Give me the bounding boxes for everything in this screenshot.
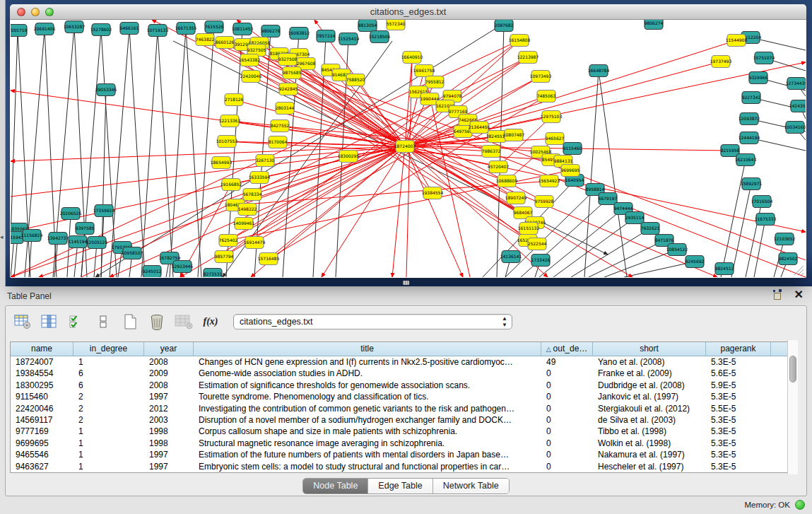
graph-node[interactable]: 11544908	[726, 35, 748, 47]
graph-node[interactable]: 9806278	[261, 25, 281, 37]
rows-icon[interactable]	[93, 313, 113, 331]
table-cell[interactable]: 1998	[144, 438, 194, 449]
tab-network-table[interactable]: Network Table	[433, 479, 509, 493]
citation-edge-black[interactable]	[170, 28, 186, 277]
table-cell[interactable]: 9699695	[11, 438, 73, 449]
table-cell[interactable]: 0	[541, 426, 593, 437]
table-cell[interactable]: 5.3E-5	[706, 426, 771, 437]
citation-edge-red[interactable]	[225, 42, 806, 260]
table-cell[interactable]: 2009	[144, 368, 194, 379]
table-row[interactable]: 2242004622012Investigating the contribut…	[11, 403, 791, 414]
graph-node[interactable]: 9242845	[279, 83, 298, 95]
graph-node[interactable]: 14099461	[233, 218, 255, 230]
column-header-in_degree[interactable]: in_degree	[73, 342, 144, 356]
tab-edge-table[interactable]: Edge Table	[368, 479, 433, 493]
table-cell[interactable]: Corpus callosum shape and size in male p…	[194, 426, 541, 437]
graph-node[interactable]: 16151132	[518, 223, 540, 235]
close-panel-icon[interactable]: ✕	[794, 289, 804, 300]
table-cell[interactable]: 14569117	[11, 414, 73, 426]
graph-node[interactable]: 17359924	[93, 205, 115, 217]
table-cell[interactable]: 9465546	[11, 449, 73, 460]
citation-network-graph[interactable]: 2055719206914061065328715278602646616110…	[11, 20, 806, 277]
graph-node[interactable]: 2087682	[495, 20, 514, 32]
graph-node[interactable]: 9806274	[645, 20, 664, 30]
tab-node-table[interactable]: Node Table	[303, 479, 368, 493]
table-row[interactable]: 911546021997Tourette syndrome. Phenomeno…	[11, 391, 791, 402]
graph-node[interactable]: 12975103	[541, 111, 563, 123]
graph-node[interactable]: 6466161	[120, 23, 139, 35]
table-cell[interactable]: 0	[541, 380, 593, 391]
graph-node[interactable]: 16154808	[509, 35, 531, 47]
table-cell[interactable]: 18300295	[11, 380, 73, 391]
graph-node[interactable]: 9759928	[535, 196, 554, 208]
table-cell[interactable]: 1	[73, 461, 144, 472]
graph-node[interactable]: 9115460	[563, 143, 582, 155]
table-cell[interactable]: 22420046	[11, 403, 73, 414]
table-cell[interactable]: 0	[541, 461, 593, 472]
table-cell[interactable]: 2012	[144, 403, 194, 414]
table-cell[interactable]: Genome-wide association studies in ADHD.	[194, 368, 541, 379]
citation-edge-red[interactable]	[392, 146, 405, 277]
graph-node[interactable]: 12213363	[219, 115, 241, 127]
table-cell[interactable]: 2	[73, 403, 144, 414]
table-cell[interactable]: 2008	[144, 380, 194, 391]
citation-edge-red[interactable]	[221, 146, 405, 163]
panel-splitter-handle[interactable]	[403, 281, 409, 285]
table-cell[interactable]: 9115460	[11, 391, 73, 402]
table-cell[interactable]: Estimation of significance thresholds fo…	[194, 380, 541, 391]
graph-node[interactable]: 8273531	[204, 269, 223, 278]
graph-node[interactable]: 3267130	[256, 155, 275, 167]
graph-node[interactable]: 7625402	[219, 235, 238, 247]
table-cell[interactable]: Franke et al. (2009)	[593, 368, 706, 379]
graph-node[interactable]: 16083812	[288, 28, 310, 40]
table-cell[interactable]: 1	[73, 449, 144, 460]
table-cell[interactable]: 5.3E-5	[706, 356, 771, 368]
table-row[interactable]: 969969511998Structural magnetic resonanc…	[11, 438, 791, 449]
table-cell[interactable]: Nakamura et al. (1997)	[593, 449, 706, 460]
graph-node[interactable]: 10107553	[216, 136, 238, 148]
table-cell[interactable]: 2	[73, 414, 144, 426]
graph-node[interactable]: 12213987	[517, 52, 539, 64]
table-cell[interactable]: 6	[73, 380, 144, 391]
graph-node[interactable]: 5572340	[387, 20, 406, 30]
table-cell[interactable]: Embryonic stem cells: a model to study s…	[194, 461, 541, 472]
graph-node[interactable]: 2935114	[625, 212, 645, 224]
graph-node[interactable]: 7485063	[537, 90, 556, 103]
graph-node[interactable]: 10688609	[496, 175, 518, 187]
graph-node[interactable]: 12923446	[172, 261, 194, 273]
table-cell[interactable]: 5.3E-5	[706, 461, 771, 472]
column-header-name[interactable]: name	[11, 342, 73, 356]
window-titlebar[interactable]: citations_edges.txt	[10, 4, 806, 20]
graph-node[interactable]: 15218506	[369, 31, 391, 43]
table-header-row[interactable]: namein_degreeyeartitle△out_de…shortpager…	[11, 342, 791, 356]
graph-node[interactable]: 1145194	[69, 236, 88, 248]
trash-icon[interactable]	[147, 313, 167, 331]
table-cell[interactable]: 49	[541, 356, 593, 368]
table-cell[interactable]: Yano et al. (2008)	[593, 356, 706, 368]
graph-node[interactable]: 18724007	[394, 141, 416, 153]
graph-node[interactable]: 9465627	[546, 133, 565, 145]
graph-node[interactable]: 9245012	[143, 266, 162, 278]
graph-node[interactable]: 7463822	[196, 34, 215, 46]
table-cell[interactable]: Hescheler et al. (1997)	[593, 461, 706, 472]
graph-node[interactable]: 17016504	[751, 196, 773, 208]
graph-node[interactable]: 7932621	[641, 223, 660, 235]
table-cell[interactable]: 6	[73, 368, 144, 379]
graph-node[interactable]: 16210643	[735, 154, 757, 166]
graph-node[interactable]: 8660126	[216, 37, 235, 49]
graph-node[interactable]: 10719133	[147, 25, 169, 37]
graph-node[interactable]: 11675333	[755, 214, 777, 226]
graph-node[interactable]: 8813054	[358, 20, 377, 32]
network-window[interactable]: citations_edges.txt 20557192069140610653…	[10, 4, 806, 278]
graph-node[interactable]: 11525419	[338, 33, 360, 45]
table-cell[interactable]: 9777169	[11, 426, 73, 437]
table-cell[interactable]: 18724007	[11, 356, 73, 368]
table-row[interactable]: 1938455462009Genome-wide association stu…	[11, 368, 791, 379]
graph-node[interactable]: 6679197	[599, 193, 618, 205]
graph-node[interactable]: 2718126	[225, 94, 244, 106]
citation-edge-black[interactable]	[101, 90, 106, 277]
table-cell[interactable]: 0	[541, 449, 593, 460]
table-settings-icon[interactable]	[13, 313, 33, 331]
graph-node[interactable]: 9245692	[686, 256, 705, 268]
scrollbar-thumb[interactable]	[789, 356, 796, 382]
